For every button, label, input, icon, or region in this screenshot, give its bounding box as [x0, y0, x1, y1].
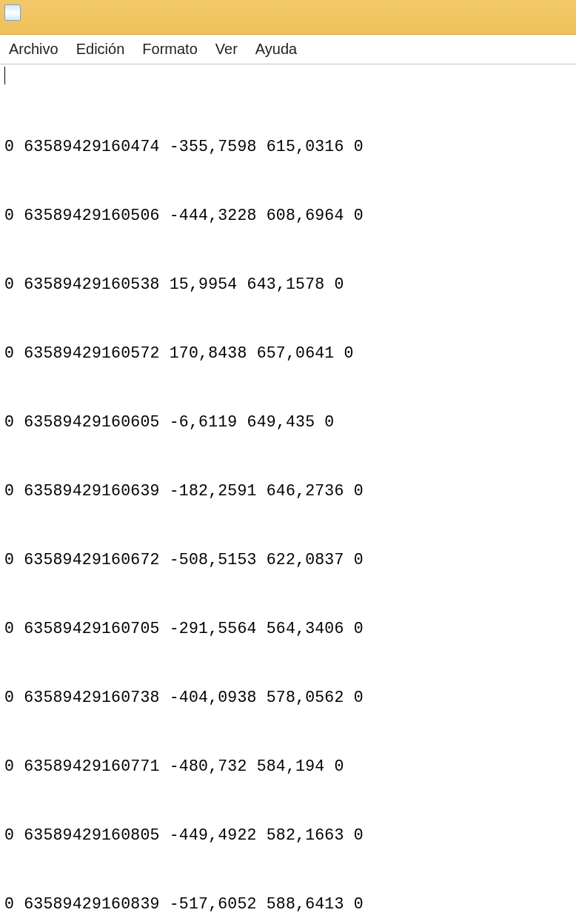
menu-ayuda[interactable]: Ayuda	[247, 38, 306, 61]
text-line: 0 63589429160605 -6,6119 649,435 0	[4, 411, 572, 434]
menu-archivo[interactable]: Archivo	[0, 38, 67, 61]
text-line: 0 63589429160672 -508,5153 622,0837 0	[4, 549, 572, 572]
text-line: 0 63589429160738 -404,0938 578,0562 0	[4, 686, 572, 709]
notepad-icon	[4, 4, 21, 21]
text-line: 0 63589429160538 15,9954 643,1578 0	[4, 273, 572, 296]
text-line: 0 63589429160839 -517,6052 588,6413 0	[4, 893, 572, 916]
text-line: 0 63589429160639 -182,2591 646,2736 0	[4, 480, 572, 503]
text-line: 0 63589429160474 -355,7598 615,0316 0	[4, 135, 572, 158]
text-line: 0 63589429160506 -444,3228 608,6964 0	[4, 204, 572, 227]
text-line: 0 63589429160705 -291,5564 564,3406 0	[4, 617, 572, 640]
menu-formato[interactable]: Formato	[133, 38, 206, 61]
menu-edicion[interactable]: Edición	[67, 38, 134, 61]
text-line: 0 63589429160572 170,8438 657,0641 0	[4, 342, 572, 365]
menu-ver[interactable]: Ver	[207, 38, 247, 61]
text-line: 0 63589429160805 -449,4922 582,1663 0	[4, 824, 572, 847]
menubar: Archivo Edición Formato Ver Ayuda	[0, 35, 576, 64]
text-cursor	[4, 67, 5, 84]
titlebar[interactable]	[0, 0, 576, 35]
text-editor-content[interactable]: 0 63589429160474 -355,7598 615,0316 0 0 …	[0, 64, 576, 924]
text-line: 0 63589429160771 -480,732 584,194 0	[4, 755, 572, 778]
